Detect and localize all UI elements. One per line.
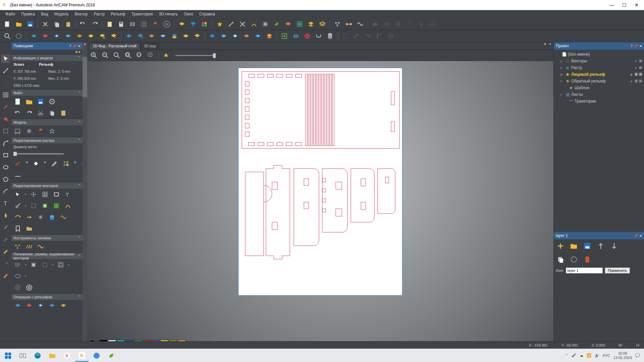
tray-mic-icon[interactable]: 🎤 [572,353,576,358]
layer-add-icon[interactable] [556,241,565,251]
pencil-tool-icon[interactable] [1,103,10,111]
wave-icon[interactable] [356,19,365,29]
plus-box-icon[interactable] [280,32,289,41]
edge-icon[interactable] [31,350,44,362]
layer-apply-button[interactable]: Применить [605,267,630,274]
raster-pencil-icon[interactable] [13,159,22,168]
vec-knife-icon[interactable] [13,201,22,210]
menu-raster[interactable]: Растр [91,11,107,17]
pos-target-icon[interactable] [25,283,34,292]
pos-align-icon[interactable] [13,260,22,269]
rc-blue-icon[interactable] [208,32,217,41]
tree-raster[interactable]: ▷◉Растр＋⊞ [556,64,642,71]
box-teal-icon[interactable] [295,19,304,29]
file-undo-icon[interactable] [13,109,22,117]
rc-blue3-icon[interactable] [230,32,240,41]
node-net-icon[interactable] [333,19,342,29]
marquee-tool-icon[interactable] [1,127,10,135]
pos-oval-icon[interactable] [13,272,22,281]
rh-gold-star-icon[interactable] [109,32,118,41]
fill-hatch-icon[interactable] [25,242,34,251]
flag-icon[interactable] [151,19,160,29]
helper-scrollbar[interactable]: ▲ ▼ [83,42,87,349]
layer-copy-icon[interactable] [556,255,565,264]
donut-blue-icon[interactable] [291,32,301,41]
explorer-icon[interactable] [46,350,59,362]
text-tool-icon[interactable]: T [1,199,10,208]
cylinder-icon[interactable] [325,32,335,41]
file-save-icon[interactable] [36,97,45,106]
raster-diamond-icon[interactable] [32,159,40,168]
raster-section-header[interactable]: Редактирование растра⌃ [11,137,83,143]
rh-gold-dot-icon[interactable] [98,32,107,41]
rb-gold2-icon[interactable] [181,32,191,41]
layer-gold-icon[interactable] [177,19,186,29]
menu-vector[interactable]: Вектор [72,11,91,17]
rh-red-icon[interactable] [41,32,50,41]
raster-line-icon[interactable] [13,172,22,181]
tree-template[interactable]: ★Шаблон [556,84,642,91]
info-section-header[interactable]: Информация о модели⌃ [11,54,83,61]
model-size-icon[interactable] [13,127,22,135]
tab-3d-view[interactable]: 3D вид [140,43,160,50]
star-tool-icon[interactable] [215,19,224,29]
redo-icon[interactable] [90,19,99,29]
project-help-icon[interactable]: ? [631,44,633,48]
rc-blue2-icon[interactable] [219,32,228,41]
rb-orange-icon[interactable] [147,32,156,41]
layer-multi-icon[interactable] [200,19,209,29]
menu-relief[interactable]: Рельеф [108,11,128,17]
fill-section-header[interactable]: Инструменты заливки⌃ [11,234,83,241]
star-toggle-icon[interactable]: ★▾ [75,50,80,54]
vec-folder-icon[interactable] [25,224,34,233]
vec-grid-icon[interactable] [41,190,49,199]
tree-relief-front[interactable]: ▷★Лицевой рельеф＋⊞⊞ [556,71,642,78]
dot-box-icon[interactable] [386,32,395,41]
vec-plus-icon[interactable] [41,201,49,210]
pos-center-icon[interactable] [29,260,38,269]
pin-icon[interactable]: 📌 [72,44,76,48]
layer-open-icon[interactable] [569,241,579,251]
rb-blue-plus-icon[interactable] [136,32,145,41]
polygon-tool-icon[interactable] [1,175,10,184]
artcam-taskbar-icon[interactable]: A [75,350,89,362]
vec-curve-gold-icon[interactable] [63,201,72,210]
layer-delete-icon[interactable] [583,255,592,264]
yandex-icon[interactable]: Y [60,350,74,362]
raster-swatches-icon[interactable] [62,159,70,168]
merge-icon[interactable] [314,32,323,41]
layer-save-icon[interactable] [583,241,592,251]
rops-red-icon[interactable] [25,301,34,310]
calculator-icon[interactable] [116,19,126,29]
vec-rect-icon[interactable] [52,190,61,199]
zoom-slider[interactable] [175,55,216,56]
file-section-header[interactable]: Файл⌃ [11,89,83,96]
view-close-icon[interactable]: ✕ [549,42,551,46]
vec-select-icon[interactable] [13,190,22,199]
leaf-icon[interactable] [272,19,281,29]
vec-green-grid-icon[interactable] [52,201,61,210]
vector-section-header[interactable]: Редактирование векторов⌃ [11,182,83,189]
fill-wave-icon[interactable] [36,242,45,251]
new-file-icon[interactable] [3,19,12,29]
burst-icon[interactable] [261,19,270,29]
tray-wifi-icon[interactable]: 📶 [587,353,591,358]
measure-tool-icon[interactable] [1,66,10,75]
menu-window[interactable]: Окно [181,11,196,17]
tray-volume-icon[interactable]: 🔊 [595,353,599,358]
brush-dark-tool-icon[interactable] [1,235,10,244]
rb-blue-icon[interactable] [124,32,133,41]
layer-select-icon[interactable] [569,255,579,264]
vec-jar-icon[interactable] [48,213,56,222]
zoom-out-icon[interactable] [101,51,110,60]
curve-icon[interactable] [249,19,259,29]
brush-gold-tool-icon[interactable] [1,247,10,256]
undo-icon[interactable] [78,19,88,29]
layer-drop-icon[interactable] [189,19,198,29]
project-pin-icon[interactable]: 📌 [634,44,638,48]
raster-rh-green-icon[interactable] [80,159,83,168]
zoom-star-icon[interactable] [161,51,171,60]
canvas-viewport[interactable] [87,61,553,349]
zoom-sel-icon[interactable] [123,51,133,60]
tray-chevron-icon[interactable]: ⌃ [565,353,568,358]
